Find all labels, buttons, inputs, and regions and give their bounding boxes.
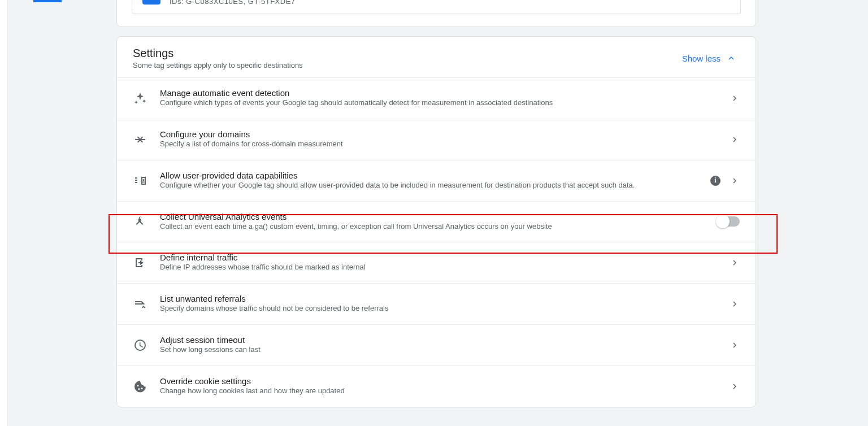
setting-row-desc: Change how long cookies last and how the… [160,386,717,397]
settings-subtitle: Some tag settings apply only to specific… [133,61,303,69]
list-x-icon [133,297,147,311]
setting-row-internal-traffic[interactable]: Define internal traffic Define IP addres… [117,242,756,283]
collect-ua-toggle[interactable] [717,216,740,227]
setting-row-title: Collect Universal Analytics events [160,212,705,221]
chevron-right-icon [730,134,740,145]
info-icon[interactable]: i [710,176,721,186]
setting-row-unwanted-referrals[interactable]: List unwanted referrals Specify domains … [117,283,756,324]
chevron-right-icon [730,176,740,186]
chevron-right-icon [730,299,740,309]
setting-row-user-data[interactable]: Allow user-provided data capabilities Co… [117,160,756,201]
chevron-right-icon [730,340,740,350]
setting-row-configure-domains[interactable]: Configure your domains Specify a list of… [117,119,756,160]
chevron-up-icon [726,53,736,63]
setting-row-collect-ua[interactable]: Collect Universal Analytics events Colle… [117,201,756,242]
setting-row-title: List unwanted referrals [160,294,717,303]
destination-card: IDs: G-C083XC10ES, GT-5TFXDE7 [116,0,756,27]
setting-row-title: Allow user-provided data capabilities [160,171,698,180]
cookie-icon [133,379,147,394]
chevron-right-icon [730,381,740,392]
setting-row-cookie-settings[interactable]: Override cookie settings Change how long… [117,366,756,407]
setting-row-title: Adjust session timeout [160,335,717,345]
setting-row-desc: Collect an event each time a ga() custom… [160,221,705,232]
setting-row-desc: Configure which types of events your Goo… [160,98,717,108]
settings-header: Settings Some tag settings apply only to… [117,37,756,77]
setting-row-auto-event[interactable]: Manage automatic event detection Configu… [117,77,756,119]
destination-ids: IDs: G-C083XC10ES, GT-5TFXDE7 [170,0,296,6]
setting-row-desc: Specify a list of domains for cross-doma… [160,139,717,150]
top-blue-accent [33,0,62,2]
setting-row-session-timeout[interactable]: Adjust session timeout Set how long sess… [117,324,756,366]
left-edge-strip [0,0,7,426]
setting-row-desc: Configure whether your Google tag should… [160,180,698,191]
setting-row-desc: Set how long sessions can last [160,345,717,355]
show-less-button[interactable]: Show less [682,53,740,63]
setting-row-desc: Specify domains whose traffic should not… [160,303,717,314]
setting-row-title: Configure your domains [160,129,717,139]
sparkle-icon [133,91,147,106]
destination-item[interactable]: IDs: G-C083XC10ES, GT-5TFXDE7 [132,0,741,14]
chevron-right-icon [730,258,740,268]
user-data-icon [133,173,147,188]
settings-card: Settings Some tag settings apply only to… [116,36,756,407]
setting-row-title: Define internal traffic [160,253,717,262]
toggle-knob [716,215,730,228]
show-less-label: Show less [682,54,721,63]
setting-row-title: Override cookie settings [160,376,717,386]
setting-row-desc: Define IP addresses whose traffic should… [160,262,717,273]
clock-icon [133,338,147,353]
settings-title: Settings [133,47,303,60]
chevron-right-icon [730,93,740,103]
door-exit-icon [133,255,147,270]
arrows-merge-icon [133,132,147,147]
split-icon [133,214,147,229]
setting-row-title: Manage automatic event detection [160,88,717,98]
analytics-logo-icon [142,0,160,5]
